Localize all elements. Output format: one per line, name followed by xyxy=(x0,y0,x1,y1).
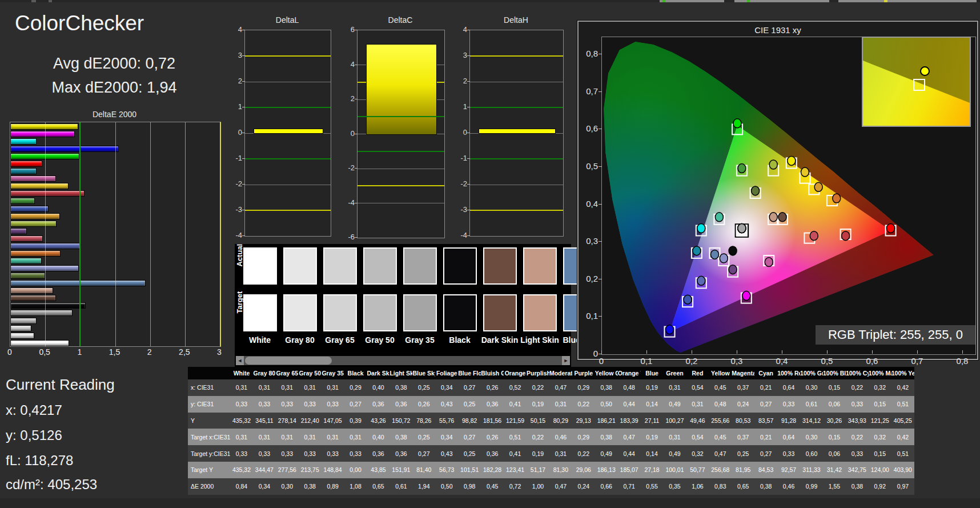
column-header: Blue Sky xyxy=(412,367,435,379)
cie-measured-point xyxy=(833,194,841,203)
swatch-label: Light Skin xyxy=(520,335,560,345)
cie-measured-point xyxy=(720,254,728,263)
column-header: Red xyxy=(686,367,709,379)
deltae-bar-100-red xyxy=(10,161,42,167)
deltaL-tick: 2 xyxy=(227,77,242,85)
actual-swatch-white[interactable] xyxy=(243,247,277,285)
column-header: Gray 80 xyxy=(253,367,276,379)
swatch-label: Gray 80 xyxy=(280,335,320,345)
deltae-x-tick: 2,5 xyxy=(173,347,196,357)
cie-measured-point xyxy=(769,213,777,222)
deltaC-bar xyxy=(366,44,437,135)
column-header: Gray 50 xyxy=(299,367,322,379)
table-row: Target Y435,32344,47277,56213,75148,840,… xyxy=(188,462,914,478)
deltaL-tick: 0 xyxy=(227,128,242,137)
cie-y-tick: 0,7 xyxy=(580,86,598,96)
deltae-bar-foliage xyxy=(10,273,45,279)
row-label: Target y:CIE31 xyxy=(188,445,230,462)
cie-measured-point xyxy=(711,250,719,259)
deltae-bar-bluish-green xyxy=(10,258,42,264)
cie-measured-point xyxy=(810,231,818,241)
deltaC-tick: 0 xyxy=(340,129,355,138)
deltae-bar-moderate-red xyxy=(10,235,43,242)
deltaH-bar xyxy=(479,129,556,134)
deltaL-tick: -3 xyxy=(227,205,242,214)
row-label: x: CIE31 xyxy=(188,379,230,396)
deltae-bar-yellow xyxy=(10,183,69,189)
cie-measured-point xyxy=(814,182,822,191)
scroll-left-icon[interactable]: ◄ xyxy=(236,356,244,365)
cie-measured-point xyxy=(738,224,746,233)
deltaL-bar xyxy=(254,129,323,134)
top-window-sliver xyxy=(0,0,980,2)
scrollbar-thumb[interactable] xyxy=(245,357,332,365)
actual-swatch-gray-65[interactable] xyxy=(323,247,357,285)
deltal-title: DeltaL xyxy=(244,15,330,25)
cie-x-tick: 0,7 xyxy=(905,356,930,366)
column-header: Moderate Red xyxy=(549,367,572,379)
table-row: ΔE 20000,840,340,300,380,891,080,650,611… xyxy=(188,478,914,495)
target-swatch-gray-65[interactable] xyxy=(323,294,357,331)
inset-measured-point xyxy=(920,66,930,76)
actual-swatch-gray-50[interactable] xyxy=(363,247,397,285)
actual-swatch-dark-skin[interactable] xyxy=(483,247,517,285)
table-header-row: WhiteGray 80Gray 65Gray 50Gray 35BlackDa… xyxy=(188,367,914,379)
deltah-chart xyxy=(469,30,564,237)
swatch-label: Black xyxy=(440,335,480,345)
target-swatch-gray-80[interactable] xyxy=(283,294,317,331)
cie-measured-point xyxy=(729,246,737,255)
deltaC-tick: 4 xyxy=(340,60,355,69)
target-swatch-light-skin[interactable] xyxy=(523,294,557,331)
deltae-bar-gray-80 xyxy=(10,333,34,339)
swatch-scrollbar[interactable]: ◄ ► xyxy=(236,356,570,365)
actual-swatch-gray-35[interactable] xyxy=(403,247,437,285)
column-header: Blue Flower xyxy=(458,367,481,379)
actual-swatch-gray-80[interactable] xyxy=(283,247,317,285)
cie-measured-point xyxy=(693,246,701,255)
deltae-bar-100-yellow xyxy=(10,123,78,130)
actual-swatch-light-skin[interactable] xyxy=(523,247,557,285)
cie-y-tick: 0,5 xyxy=(580,161,598,171)
target-swatch-black[interactable] xyxy=(443,294,477,331)
cie-zoom-inset xyxy=(862,37,971,127)
cie-measured-point xyxy=(697,224,705,233)
column-header: 100% Red xyxy=(777,367,800,379)
swatch-label: Gray 50 xyxy=(360,335,400,345)
deltae-bar-100-cyan xyxy=(10,138,37,145)
cie-measured-point xyxy=(742,291,750,301)
cie-measured-point xyxy=(887,224,895,233)
target-swatch-dark-skin[interactable] xyxy=(483,294,517,331)
cie-measured-point xyxy=(715,213,723,222)
table-row: y: CIE310,330,330,330,330,330,270,360,36… xyxy=(188,396,914,413)
cie-y-tick: 0,2 xyxy=(580,274,598,283)
column-header: Orange xyxy=(504,367,527,379)
cie-y-tick: 0,3 xyxy=(580,236,598,246)
deltae-chart xyxy=(10,122,221,347)
target-swatch-gray-50[interactable] xyxy=(363,294,397,331)
deltae-bar-100-blue xyxy=(10,146,119,152)
cie-x-tick: 0,5 xyxy=(814,356,840,366)
deltae-x-tick: 2 xyxy=(138,347,161,357)
scroll-right-icon[interactable]: ► xyxy=(562,356,570,365)
target-swatch-white[interactable] xyxy=(243,294,277,331)
cie-x-tick: 0,3 xyxy=(724,356,749,366)
swatch-label: White xyxy=(240,335,280,345)
table-row: Target y:CIE310,330,330,330,330,330,330,… xyxy=(188,445,914,462)
deltae-x-tick: 1 xyxy=(68,347,91,357)
deltae-bar-100-magenta xyxy=(10,131,75,137)
target-swatch-gray-35[interactable] xyxy=(403,294,437,331)
cie-measured-point xyxy=(788,156,796,165)
cie-measured-point xyxy=(801,167,809,177)
actual-swatch-black[interactable] xyxy=(443,247,477,285)
inset-target-square xyxy=(913,79,925,91)
current-reading-title: Current Reading xyxy=(6,376,115,394)
column-header: Light Skin xyxy=(389,367,412,379)
reading-fl: fL: 118,278 xyxy=(6,453,73,469)
column-header: Purplish Blue xyxy=(527,367,549,379)
cie-measured-point xyxy=(738,164,746,173)
deltaH-tick: 4 xyxy=(452,25,467,34)
deltaH-tick: -2 xyxy=(452,179,467,188)
column-header: White xyxy=(230,367,253,379)
deltae-x-tick: 0 xyxy=(0,347,21,357)
deltaC-tick: -6 xyxy=(340,233,355,241)
